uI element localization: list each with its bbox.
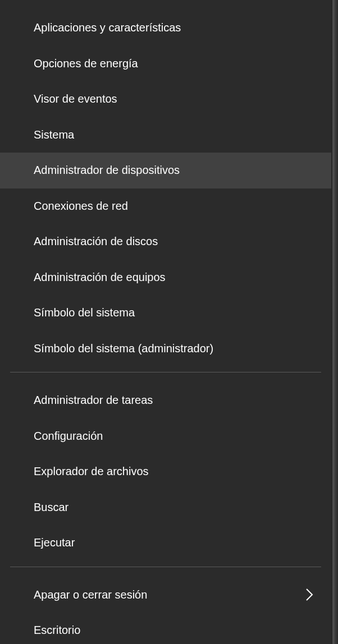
menu-item-label: Apagar o cerrar sesión	[34, 588, 147, 601]
menu-item-label: Opciones de energía	[34, 57, 138, 70]
menu-item-label: Ejecutar	[34, 536, 75, 549]
menu-item-network-connections[interactable]: Conexiones de red	[0, 188, 331, 224]
menu-item-shutdown-signout[interactable]: Apagar o cerrar sesión	[0, 577, 331, 613]
chevron-right-icon	[304, 587, 314, 602]
menu-item-label: Aplicaciones y características	[34, 21, 181, 34]
menu-item-label: Administrador de dispositivos	[34, 164, 180, 177]
menu-item-label: Símbolo del sistema	[34, 306, 135, 319]
menu-item-event-viewer[interactable]: Visor de eventos	[0, 81, 331, 117]
spacer	[0, 567, 331, 577]
winx-context-menu: Aplicaciones y características Opciones …	[0, 0, 331, 644]
menu-item-label: Visor de eventos	[34, 93, 117, 105]
menu-item-label: Sistema	[34, 128, 74, 141]
menu-item-label: Administración de discos	[34, 235, 158, 248]
menu-item-power-options[interactable]: Opciones de energía	[0, 46, 331, 82]
menu-item-apps-features[interactable]: Aplicaciones y características	[0, 10, 331, 46]
menu-item-label: Símbolo del sistema (administrador)	[34, 342, 213, 355]
menu-item-computer-management[interactable]: Administración de equipos	[0, 260, 331, 296]
spacer	[0, 366, 331, 372]
menu-item-disk-management[interactable]: Administración de discos	[0, 224, 331, 260]
menu-item-settings[interactable]: Configuración	[0, 418, 331, 454]
menu-item-search[interactable]: Buscar	[0, 490, 331, 526]
menu-item-run[interactable]: Ejecutar	[0, 525, 331, 561]
window-right-edge	[331, 0, 338, 644]
menu-item-system[interactable]: Sistema	[0, 117, 331, 153]
menu-item-label: Administrador de tareas	[34, 394, 153, 407]
menu-item-command-prompt[interactable]: Símbolo del sistema	[0, 295, 331, 331]
menu-item-label: Administración de equipos	[34, 271, 166, 284]
menu-item-label: Buscar	[34, 501, 68, 514]
menu-item-command-prompt-admin[interactable]: Símbolo del sistema (administrador)	[0, 331, 331, 367]
spacer	[0, 561, 331, 567]
menu-item-label: Explorador de archivos	[34, 465, 149, 478]
menu-item-device-manager[interactable]: Administrador de dispositivos	[0, 153, 331, 188]
spacer	[0, 372, 331, 383]
menu-item-file-explorer[interactable]: Explorador de archivos	[0, 454, 331, 490]
menu-item-desktop[interactable]: Escritorio	[0, 613, 331, 644]
menu-item-task-manager[interactable]: Administrador de tareas	[0, 383, 331, 418]
menu-item-label: Conexiones de red	[34, 200, 128, 213]
menu-item-label: Configuración	[34, 430, 103, 443]
menu-item-label: Escritorio	[34, 624, 80, 637]
